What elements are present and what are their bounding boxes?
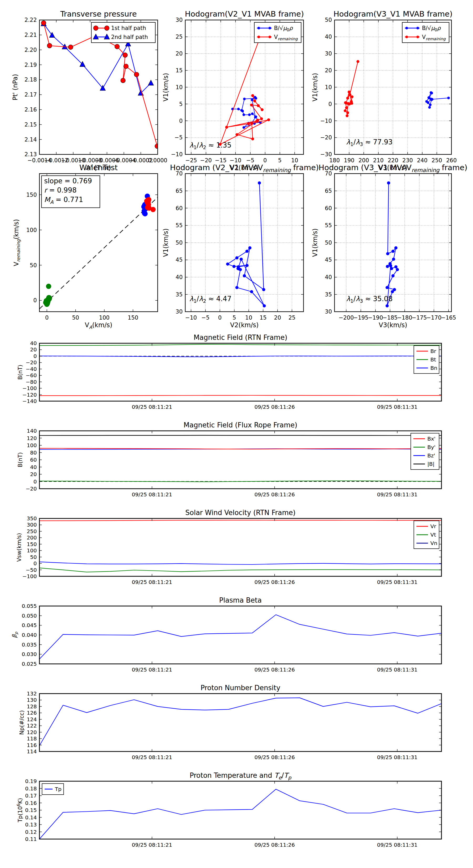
y-tick-label: 0.19 [25,778,37,784]
panel-magnetic-field-rtn: 09/25 08:11:2109/25 08:11:2609/25 08:11:… [17,334,441,410]
y-tick-label: 0.055 [22,603,37,609]
legend: 1st half path2nd half path [92,22,155,42]
y-axis-label: B(nT) [17,365,23,380]
svg-text:Vr: Vr [431,523,437,529]
y-tick-label: 250 [27,528,37,534]
x-tick-label: 09/25 08:11:26 [255,754,295,761]
figure-canvas: −0.0014−0.0012−0.0010−0.0008−0.0006−0.00… [0,0,473,868]
series-B-normalized [425,91,450,108]
plot-frame [39,693,441,751]
svg-text:Br: Br [431,348,437,354]
y-axis-label: Vremaining(km/s) [12,219,21,266]
x-tick-label: 20 [274,315,281,321]
y-tick-label: 30 [325,51,332,57]
y-tick-label: 40 [30,340,37,346]
y-tick-label: −140 [22,398,37,404]
y-tick-label: −20 [320,134,332,141]
x-tick-label: 09/25 08:11:26 [255,491,295,498]
panel-magnetic-field-flux-rope: 09/25 08:11:2109/25 08:11:2609/25 08:11:… [17,421,441,498]
y-tick-label: 128 [27,703,37,710]
y-tick-label: 50 [30,554,37,560]
y-tick-label: 0 [33,560,37,566]
y-tick-label: 2.18 [25,76,37,83]
panel-walen-test: 050100150050100150WalenTestVA(km/s)Vrema… [12,163,158,330]
y-tick-label: 20 [325,67,332,74]
y-tick-label: 40 [325,274,332,280]
y-tick-label: 116 [27,742,37,748]
x-tick-label: −175 [412,315,427,321]
y-tick-label: 35 [325,291,332,298]
series-V-remaining [218,34,270,146]
y-axis-label: Tp(106K) [16,798,23,823]
x-tick-label: 5 [278,157,281,164]
lambda-ratio-annotation: λ1/λ3 ≈ 35.08 [346,295,393,304]
panel-title: Hodogram(V2_V1 MVAB frame) [185,9,304,19]
svg-text:Tp: Tp [55,786,62,792]
y-tick-label: 25 [175,34,182,40]
y-tick-label: −30 [320,151,332,158]
y-tick-label: 2.14 [25,136,37,143]
svg-text:Bx': Bx' [427,436,435,442]
y-tick-label: −80 [26,379,37,385]
y-tick-label: 130 [27,697,37,703]
x-tick-label: 09/25 08:11:21 [132,842,172,848]
svg-text:|B|: |B| [427,461,434,467]
y-tick-label: 40 [175,274,182,280]
svg-text:Bt: Bt [431,356,436,363]
y-tick-label: 20 [30,346,37,353]
y-tick-label: 0.17 [25,793,37,799]
x-tick-label: 10 [245,315,252,321]
x-tick-label: 0 [45,315,48,321]
x-tick-label: 09/25 08:11:31 [377,404,417,410]
svg-text:slope = 0.769: slope = 0.769 [44,177,92,185]
panel-hodogram-v2v1-mvab: −25−20−15−10−50510−10−5051015202530Hodog… [162,9,304,172]
series-beta-p [39,615,441,659]
lambda-ratio-annotation: λ1/λ3 ≈ 77.93 [346,138,393,147]
y-tick-label: 350 [27,515,37,522]
panel-transverse-pressure: −0.0014−0.0012−0.0010−0.0008−0.0006−0.00… [11,9,167,172]
y-tick-label: −100 [22,573,37,580]
y-tick-label: 50 [30,262,37,269]
x-tick-label: 09/25 08:11:31 [377,491,417,498]
y-tick-label: 0 [33,297,37,304]
panel-title: Magnetic Field (RTN Frame) [194,334,288,341]
x-tick-label: 09/25 08:11:26 [255,842,295,848]
plot-frame [39,431,441,489]
y-tick-label: 30 [175,17,182,23]
panel-proton-temperature: 09/25 08:11:2109/25 08:11:2609/25 08:11:… [16,772,441,848]
y-tick-label: 20 [175,51,182,57]
y-tick-label: 0.045 [22,622,37,628]
x-tick-label: 0.0000 [148,157,167,164]
series-Vn [39,562,441,564]
series-Bt [39,344,441,345]
y-tick-label: 10 [175,84,182,91]
lambda-ratio-annotation: λ1/λ2 ≈ 4.47 [190,295,232,304]
y-tick-label: 0.11 [25,836,37,842]
y-tick-label: −5 [174,134,182,141]
y-tick-label: 140 [27,428,37,434]
panel-solar-wind-velocity: 09/25 08:11:2109/25 08:11:2609/25 08:11:… [16,509,441,585]
x-tick-label: 150 [128,315,138,321]
svg-text:B/√μ0ρ: B/√μ0ρ [274,25,293,32]
y-tick-label: 132 [27,690,37,697]
legend: B/√μ0ρVremaining [402,22,449,42]
y-tick-label: 60 [30,457,37,463]
y-tick-label: 0.025 [22,661,37,667]
y-tick-label: 0 [179,118,182,124]
panel-title: Hodogram (V2_V1 MVAVremaining frame) [170,163,319,173]
multi-panel-plot: −0.0014−0.0012−0.0010−0.0008−0.0006−0.00… [0,0,473,868]
svg-text:MA = 0.771: MA = 0.771 [44,196,83,205]
y-tick-label: 35 [175,291,182,298]
svg-text:Bn: Bn [431,365,437,371]
y-tick-label: 60 [175,205,182,212]
y-tick-label: 0.15 [25,807,37,813]
y-axis-label: Vsw(km/s) [16,533,22,562]
x-tick-label: 09/25 08:11:31 [377,579,417,585]
svg-text:B/√μ0ρ: B/√μ0ρ [422,25,441,32]
y-tick-label: 120 [27,729,37,736]
x-tick-label: 09/25 08:11:26 [255,579,295,585]
y-tick-label: 0 [33,353,37,359]
y-tick-label: 200 [27,534,37,541]
y-tick-label: 122 [27,722,37,729]
series-Vr [39,520,441,521]
